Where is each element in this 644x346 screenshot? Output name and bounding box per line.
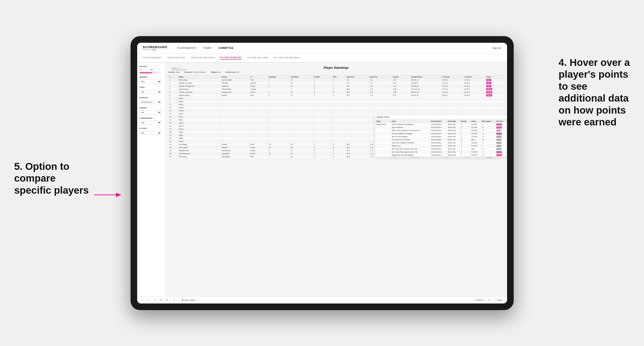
table-row: 1 Wenyi Ding Arizona State First 1 15 1 … <box>168 78 504 81</box>
separator-2 <box>170 298 171 302</box>
filters-row: Gender: Men Division: NCAA Division I Re… <box>168 71 504 73</box>
division-select[interactable]: NCAA Division I <box>140 100 161 104</box>
nav-committee[interactable]: COMMITTEE <box>218 47 234 49</box>
top-nav: SCOREBOARD Powered by clippi TOURNAMENTS… <box>137 43 507 54</box>
filter-player: Player (All) <box>140 127 163 135</box>
settings-icon[interactable]: ⚙ <box>165 298 169 302</box>
col-vs-top50: Vs Top 50 <box>463 75 485 78</box>
tooltip-row: Southern Highlands Collegiate NCAA Divis… <box>375 132 506 135</box>
tooltip-table: Player Event Event Division Event Type R… <box>375 120 507 157</box>
separator-3 <box>178 298 178 302</box>
col-player: Player <box>178 75 221 78</box>
sub-team-h2h-heatmap[interactable]: TEAM H2H HEATMAP <box>191 56 214 59</box>
paste-icon[interactable]: 📋 <box>159 298 163 302</box>
col-rank: # <box>168 75 178 78</box>
conference-label: Conference <box>140 117 163 119</box>
col-yr: Yr <box>249 75 268 78</box>
no-rds-max-input[interactable] <box>150 68 160 72</box>
section-title: Player Standings <box>324 66 348 69</box>
filter-year: Year (All) <box>140 86 163 94</box>
th-event-type: Event Type <box>446 120 460 123</box>
sub-team-h2h-grid[interactable]: TEAM H2H GRID <box>167 56 186 59</box>
points-badge[interactable]: 68.54 <box>486 88 492 90</box>
sign-out-link[interactable]: Sign out <box>493 47 502 49</box>
w-points-badge-gray: 24.11 <box>496 139 502 141</box>
w-points-badge: 60.64 <box>496 124 502 125</box>
sub-player-summary[interactable]: PLAYER SUMMARY <box>220 56 242 59</box>
tooltip-row: Fallen Oak Collegiate Invitational NCAA … <box>375 141 506 144</box>
content-area: Update time: 27/01/2024 16:56:26 Player … <box>166 63 507 296</box>
filter-no-rds: No Rds. <box>140 65 163 73</box>
w-points-badge-gray: 25.90 <box>496 148 502 150</box>
player-label: Player <box>140 127 163 129</box>
arrow-5-icon <box>92 189 122 201</box>
col-school: School <box>221 75 249 78</box>
export-icon[interactable]: ⬇ <box>488 298 491 302</box>
table-row: 2 Michael La Sasso Ole Miss Second 1 18 … <box>168 81 504 85</box>
w-points-badge-gray: 46.50 <box>496 142 502 144</box>
region-select[interactable]: N/A <box>140 111 161 114</box>
w-points-badge: 53.60 <box>496 127 502 129</box>
tooltip-row: Jackson Koivu UNCW Seahawk Intercollegia… <box>375 123 506 126</box>
th-player: Player <box>375 120 390 123</box>
points-badge[interactable]: 60.89 <box>486 91 492 93</box>
filter-division: Division NCAA Division I <box>140 97 163 104</box>
sub-player-h2h-grid[interactable]: PLAYER H2H GRID <box>248 56 268 59</box>
conference-select[interactable]: (All) <box>140 121 161 125</box>
redo-icon[interactable]: ↪ <box>146 298 150 302</box>
tooltip-row: SEC Stroke Play hosted by Jerry Pate NCA… <box>375 151 506 154</box>
th-event-division: Event Division <box>430 120 446 123</box>
col-no-rds: No Rds. <box>313 75 332 78</box>
nav-teams[interactable]: TEAMS <box>203 47 212 49</box>
points-badge[interactable]: 76.2 <box>486 82 491 84</box>
points-badge-active[interactable]: 56.18 <box>486 94 492 96</box>
undo-icon[interactable]: ↩ <box>140 298 144 302</box>
tablet-frame: SCOREBOARD Powered by clippi TOURNAMENTS… <box>130 36 514 310</box>
table-row: 9 Prest... <box>168 103 504 106</box>
table-row: 4 Luke Clanton Florida State Second - 2 … <box>168 88 504 91</box>
gender-select[interactable]: Men <box>140 80 161 83</box>
nav-tournaments[interactable]: TOURNAMENTS <box>177 47 196 49</box>
col-overall: Overall Record <box>410 75 441 78</box>
sub-team-summary[interactable]: TEAM SUMMARY <box>143 56 162 59</box>
col-vs-top25: Vs Top 25 <box>441 75 463 78</box>
col-avg-to-par: Avg to Par <box>369 75 392 78</box>
col-points: Points <box>485 75 504 78</box>
player-select[interactable]: (All) <box>140 131 161 135</box>
th-w-points: W Points <box>495 120 506 123</box>
clock-icon[interactable]: ⏱ <box>173 298 176 302</box>
table-row: 3 Michael Thorbjornsen Stanford Fourth 1… <box>168 85 504 88</box>
logo-area: SCOREBOARD Powered by clippi <box>143 46 168 50</box>
col-wins: Wins <box>332 75 346 78</box>
th-rank-impact: Rank Impact <box>480 120 495 123</box>
th-status: Status <box>470 120 480 123</box>
watch-button[interactable]: 👁 Watch ▾ <box>473 298 486 302</box>
view-original-button[interactable]: ▶ View: Original <box>180 298 197 302</box>
annotation-5: 5. Option to compare specific players <box>14 161 89 196</box>
w-points-badge: 73.23 <box>496 133 502 135</box>
points-badge[interactable]: 72.1 <box>486 85 491 87</box>
main-content: No Rds. Gender Men <box>137 63 507 296</box>
tooltip-row: Amer An Intercollegiate NCAA Division I … <box>375 135 506 138</box>
table-row: 5 Christo Lamprecht Georgia Tech Fourth … <box>168 91 504 94</box>
table-row-highlighted: 6 Jackson Koivu Auburn First 2 27 1 0 67… <box>168 94 504 97</box>
tooltip-player-name: Jackson Koivu <box>375 115 507 120</box>
gender-filter: Gender: Men <box>168 71 180 73</box>
range-slider[interactable] <box>140 72 161 73</box>
tablet-screen: SCOREBOARD Powered by clippi TOURNAMENTS… <box>137 43 507 304</box>
no-rds-min-input[interactable] <box>140 68 149 72</box>
sub-player-h2h-heatmap[interactable]: PLAYER H2H HEATMAP <box>274 56 300 59</box>
share-button[interactable]: ↗ Share <box>493 298 504 302</box>
w-points-badge-gray: 57.57 <box>496 136 502 138</box>
conference-filter: Conference: All <box>226 71 239 73</box>
copy-icon[interactable]: ⎘ <box>154 298 157 302</box>
tooltip-row: Tiger Invitational NCAA Division I Strok… <box>375 126 506 129</box>
w-points-badge: 56.18 <box>496 151 502 153</box>
year-label: Year <box>140 86 163 88</box>
th-event: Event <box>390 120 430 123</box>
w-points-badge-gray: 48.7 <box>496 130 501 132</box>
col-conf-rank: Conf Rank <box>290 75 313 78</box>
region-label: Region <box>140 107 163 109</box>
points-badge[interactable]: 88.2 <box>486 79 491 81</box>
year-select[interactable]: (All) <box>140 90 161 94</box>
